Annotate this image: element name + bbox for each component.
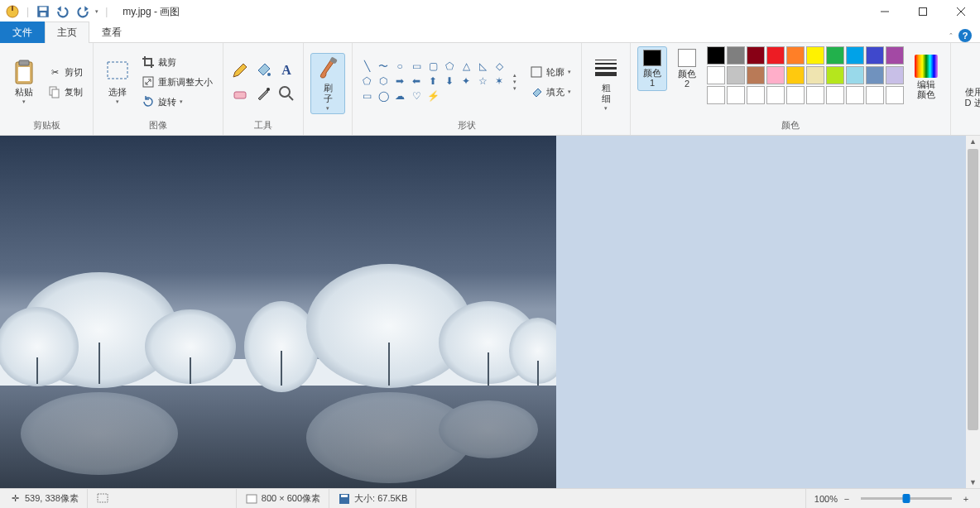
vertical-scrollbar[interactable]: ▲ ▼	[966, 136, 980, 488]
color-swatch[interactable]	[786, 46, 805, 65]
selection-size-icon	[96, 492, 109, 506]
color-swatch[interactable]	[747, 86, 765, 104]
fill-tool[interactable]	[253, 60, 273, 80]
shape-arrow-d[interactable]: ⬇	[444, 75, 455, 87]
color-swatch[interactable]	[727, 66, 745, 84]
zoom-in-button[interactable]: +	[960, 494, 972, 504]
zoom-slider[interactable]	[861, 497, 952, 500]
color1-button[interactable]: 颜色 1	[637, 46, 667, 91]
color2-button[interactable]: 颜色 2	[672, 46, 702, 91]
tab-home[interactable]: 主页	[45, 22, 89, 43]
color-swatch[interactable]	[747, 66, 765, 84]
shape-hexagon[interactable]: ⬡	[377, 75, 389, 87]
shapes-gallery[interactable]: ╲ 〜 ○ ▭ ▢ ⬠ △ ◺ ◇ ⬠ ⬡ ➡ ⬅ ⬆ ⬇ ✦ ☆ ✶ ▭ ◯	[359, 59, 508, 105]
magnifier-tool[interactable]	[276, 84, 296, 103]
color-swatch[interactable]	[826, 46, 844, 65]
color-swatch[interactable]	[727, 46, 745, 65]
stroke-size-button[interactable]: 粗细 ▾	[588, 53, 623, 114]
rotate-button[interactable]: 旋转 ▾	[138, 93, 216, 111]
color-swatch[interactable]	[866, 46, 884, 65]
color-swatch[interactable]	[866, 86, 884, 104]
shape-callout-rect[interactable]: ▭	[361, 90, 372, 102]
shape-curve[interactable]: 〜	[377, 60, 389, 72]
color-swatch[interactable]	[886, 86, 904, 104]
color-swatch[interactable]	[766, 66, 785, 84]
shape-lightning[interactable]: ⚡	[427, 90, 439, 102]
shapes-more-icon[interactable]: ▾	[513, 85, 516, 92]
tab-file[interactable]: 文件	[0, 22, 45, 43]
maximize-button[interactable]	[904, 0, 942, 23]
scrollbar-thumb[interactable]	[968, 149, 978, 430]
shape-heart[interactable]: ♡	[411, 90, 422, 102]
redo-icon[interactable]	[75, 4, 90, 19]
color-picker-tool[interactable]	[253, 84, 273, 103]
shape-arrow-l[interactable]: ⬅	[411, 75, 422, 87]
shape-callout-oval[interactable]: ◯	[377, 90, 389, 102]
shape-star6[interactable]: ✶	[493, 75, 505, 87]
shape-polygon[interactable]: ⬠	[444, 60, 455, 72]
shape-arrow-r[interactable]: ➡	[394, 75, 406, 87]
color-swatch[interactable]	[806, 86, 824, 104]
canvas-area[interactable]: ▲ ▼	[0, 136, 980, 488]
shape-rect[interactable]: ▭	[411, 60, 422, 72]
color-swatch[interactable]	[886, 66, 904, 84]
color-swatch[interactable]	[826, 86, 844, 104]
color-swatch[interactable]	[707, 66, 725, 84]
resize-button[interactable]: 重新调整大小	[138, 73, 216, 91]
paint3d-button[interactable]: 使用画图 3D 进行编辑	[958, 53, 980, 114]
shapes-scroll-up-icon[interactable]: ▴	[513, 72, 516, 79]
paste-button[interactable]: 粘贴 ▾	[7, 51, 41, 113]
cut-button[interactable]: ✂剪切	[45, 63, 86, 81]
shape-roundrect[interactable]: ▢	[427, 60, 439, 72]
edit-colors-button[interactable]: 编辑颜色	[909, 46, 944, 108]
pencil-tool[interactable]	[230, 60, 250, 80]
shape-callout-cloud[interactable]: ☁	[394, 90, 406, 102]
shape-outline-button[interactable]: 轮廓 ▾	[526, 63, 574, 81]
select-button[interactable]: 选择 ▾	[100, 51, 135, 113]
color-swatch[interactable]	[766, 46, 785, 65]
shape-oval[interactable]: ○	[394, 60, 406, 72]
color-swatch[interactable]	[826, 66, 844, 84]
tab-view[interactable]: 查看	[89, 22, 134, 43]
shape-fill-button[interactable]: 填充 ▾	[526, 83, 574, 101]
help-icon[interactable]: ?	[958, 29, 972, 42]
color-swatch[interactable]	[846, 86, 864, 104]
color-swatch[interactable]	[806, 66, 824, 84]
color-swatch[interactable]	[866, 66, 884, 84]
undo-icon[interactable]	[55, 4, 70, 19]
shape-diamond[interactable]: ◇	[493, 60, 505, 72]
scroll-up-icon[interactable]: ▲	[966, 136, 980, 147]
save-icon[interactable]	[36, 4, 50, 19]
shape-line[interactable]: ╲	[361, 60, 372, 72]
close-button[interactable]	[942, 0, 980, 23]
shape-triangle[interactable]: △	[460, 60, 472, 72]
text-tool[interactable]: A	[276, 60, 296, 80]
color-swatch[interactable]	[707, 46, 725, 65]
qat-dropdown-icon[interactable]: ▾	[95, 8, 98, 15]
copy-button[interactable]: 复制	[45, 83, 86, 101]
minimize-button[interactable]	[866, 0, 904, 23]
color-swatch[interactable]	[846, 46, 864, 65]
color-swatch[interactable]	[846, 66, 864, 84]
color-swatch[interactable]	[886, 46, 904, 65]
shape-star4[interactable]: ✦	[460, 75, 472, 87]
shape-star5[interactable]: ☆	[477, 75, 488, 87]
color-swatch[interactable]	[786, 86, 805, 104]
shape-right-triangle[interactable]: ◺	[477, 60, 488, 72]
ribbon-collapse-icon[interactable]: ⌃	[949, 32, 954, 39]
scroll-down-icon[interactable]: ▼	[966, 477, 980, 488]
color-swatch[interactable]	[766, 86, 785, 104]
color-swatch[interactable]	[727, 86, 745, 104]
shape-pentagon[interactable]: ⬠	[361, 75, 372, 87]
color-swatch[interactable]	[806, 46, 824, 65]
zoom-out-button[interactable]: −	[841, 494, 853, 504]
color-swatch[interactable]	[747, 46, 765, 65]
color-swatch[interactable]	[786, 66, 805, 84]
shape-arrow-u[interactable]: ⬆	[427, 75, 439, 87]
shapes-scroll-down-icon[interactable]: ▾	[513, 79, 516, 85]
crop-button[interactable]: 裁剪	[138, 53, 216, 71]
brushes-button[interactable]: 刷子 ▾	[310, 53, 345, 114]
color-swatch[interactable]	[707, 86, 725, 104]
eraser-tool[interactable]	[230, 84, 250, 103]
canvas-image[interactable]	[0, 136, 556, 488]
